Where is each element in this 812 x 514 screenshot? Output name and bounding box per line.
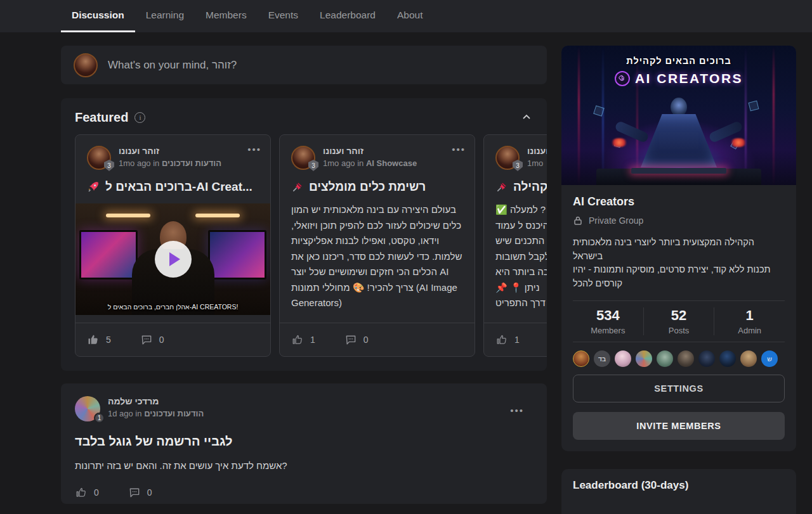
like-icon[interactable] (495, 333, 508, 346)
tab-about[interactable]: About (386, 0, 434, 32)
group-card: ברוכים הבאים לקהילת AI CREATORS AI Creat… (561, 46, 796, 451)
member-avatar[interactable] (719, 350, 736, 367)
pushpin-emoji (495, 181, 508, 193)
tab-members[interactable]: Members (195, 0, 258, 32)
member-avatar[interactable]: ש (761, 350, 778, 367)
group-banner-image[interactable]: ברוכים הבאים לקהילת AI CREATORS (561, 46, 796, 185)
more-options-icon[interactable]: ••• (452, 144, 466, 155)
featured-card-welcome[interactable]: 3 זוהר וענונו 1mo ago in הודעות ועדכונים… (75, 134, 271, 357)
member-avatar[interactable] (740, 350, 757, 367)
post-time: 1mo (527, 158, 543, 168)
member-avatars-row: בד ש (573, 350, 785, 367)
post-space[interactable]: הודעות ועדכונים (162, 158, 221, 168)
featured-card-tools[interactable]: 3 זוהר וענונו 1mo ago in AI Showcase •••… (279, 134, 475, 357)
leaderboard-title: Leaderboard (30-days) (573, 479, 785, 492)
member-avatar[interactable] (573, 350, 589, 367)
group-name: AI Creators (573, 195, 785, 209)
member-avatar[interactable] (636, 350, 652, 367)
studio-light (195, 214, 240, 217)
tab-leaderboard[interactable]: Leaderboard (309, 0, 386, 32)
featured-title: Featured (75, 110, 128, 125)
post-body: בעולם היצירה עם בינה מלאכותית יש המון כל… (280, 194, 475, 311)
comment-icon[interactable] (140, 333, 153, 346)
banner-headline: ברוכים הבאים לקהילת (561, 56, 796, 66)
post-title[interactable]: רשימת כלים מומלצים (309, 180, 426, 194)
more-options-icon[interactable]: ••• (247, 144, 261, 155)
member-avatar[interactable] (698, 350, 715, 367)
comment-icon[interactable] (128, 486, 141, 499)
post-space[interactable]: הודעות ועדכונים (144, 409, 204, 418)
post-title[interactable]: לגביי הרשמה של גוגל בלבד (75, 434, 533, 449)
post-title[interactable]: קהילה (513, 180, 547, 194)
feed-post[interactable]: 1 מרדכי שלמה 1d ago in הודעות ועדכונים •… (61, 383, 547, 504)
like-count: 0 (94, 487, 99, 498)
post-time: 1mo ago in (323, 158, 363, 168)
featured-card-community[interactable]: 3 זוהר וענונו 1mo קהילה ✅ למעלה ? היכנס … (483, 134, 547, 357)
invite-members-button[interactable]: INVITE MEMBERS (573, 412, 785, 440)
post-author[interactable]: מרדכי שלמה (108, 396, 204, 406)
comment-count: 0 (147, 487, 152, 498)
avatar: 3 (87, 146, 111, 170)
stat-members[interactable]: 534 Members (573, 307, 643, 335)
monitor-right (208, 230, 266, 279)
chevron-up-icon[interactable] (521, 112, 532, 122)
info-icon[interactable]: i (134, 112, 145, 123)
level-badge: 3 (308, 160, 318, 171)
play-button[interactable] (155, 241, 192, 278)
settings-button[interactable]: SETTINGS (573, 375, 785, 402)
lock-icon (573, 215, 583, 226)
stat-admin[interactable]: 1 Admin (714, 307, 785, 335)
post-author[interactable]: זוהר וענונו (119, 146, 221, 156)
post-time: 1d ago in (108, 409, 142, 418)
like-count: 1 (310, 335, 315, 345)
banner-figure (671, 98, 687, 117)
group-sidebar: ברוכים הבאים לקהילת AI CREATORS AI Creat… (561, 46, 796, 514)
comment-count: 0 (159, 335, 164, 345)
monitor-left (79, 230, 138, 279)
member-avatar[interactable] (615, 350, 631, 367)
post-space[interactable]: AI Showcase (366, 158, 417, 168)
featured-cards-row: 3 זוהר וענונו 1mo ago in הודעות ועדכונים… (61, 134, 547, 371)
avatar: 3 (495, 146, 520, 170)
comment-count: 0 (363, 335, 369, 345)
post-body: ✅ למעלה ? היכנס ל עמוד התכנים שיש לקבל ת… (484, 194, 547, 311)
like-icon[interactable] (75, 486, 88, 499)
member-avatar[interactable]: בד (594, 350, 610, 367)
stat-posts[interactable]: 52 Posts (643, 307, 714, 335)
top-nav: Discussion Learning Members Events Leade… (0, 0, 812, 32)
level-badge: 3 (104, 160, 114, 171)
tab-discussion[interactable]: Discussion (61, 0, 135, 32)
post-author[interactable]: זוהר וענונו (527, 146, 547, 156)
post-time: 1mo ago in (119, 158, 159, 168)
like-count: 1 (514, 335, 520, 345)
banner-brand: AI CREATORS (635, 71, 743, 86)
avatar: 1 (75, 396, 100, 421)
avatar (74, 53, 98, 77)
post-title[interactable]: ברוכים הבאים ל-AI Creat... (105, 180, 252, 194)
leaderboard-card: Leaderboard (30-days) (561, 469, 796, 514)
avatar: 3 (291, 146, 315, 170)
video-thumbnail[interactable]: אהלן חברים, ברוכים הבאים ל-AI CREATORS! (75, 203, 270, 315)
comment-icon[interactable] (344, 333, 357, 346)
like-icon[interactable] (87, 333, 100, 346)
brain-logo-icon (615, 71, 630, 86)
featured-section: Featured i 3 זוהר וענונו 1mo ago in הודע… (61, 98, 547, 371)
more-options-icon[interactable]: ••• (510, 405, 524, 416)
tab-learning[interactable]: Learning (135, 0, 195, 32)
post-author[interactable]: זוהר וענונו (323, 146, 417, 156)
post-body: אשמח לדעת איך עושים את זה. והאם יש בזה י… (75, 460, 533, 471)
rocket-emoji (87, 181, 100, 193)
video-caption: אהלן חברים, ברוכים הבאים ל-AI CREATORS! (75, 303, 270, 311)
post-composer[interactable]: What's on your mind, זוהר? (61, 46, 547, 84)
level-badge: 3 (513, 160, 523, 171)
studio-light (106, 214, 150, 217)
level-badge: 1 (94, 413, 105, 423)
play-icon (169, 252, 180, 266)
privacy-label: Private Group (589, 215, 643, 226)
group-description: הקהילה המקצועית ביותר ליוצרי בינה מלאכות… (573, 236, 785, 290)
member-avatar[interactable] (678, 350, 694, 367)
tab-events[interactable]: Events (258, 0, 309, 32)
like-count: 5 (106, 335, 111, 345)
like-icon[interactable] (291, 333, 304, 346)
member-avatar[interactable] (657, 350, 673, 367)
